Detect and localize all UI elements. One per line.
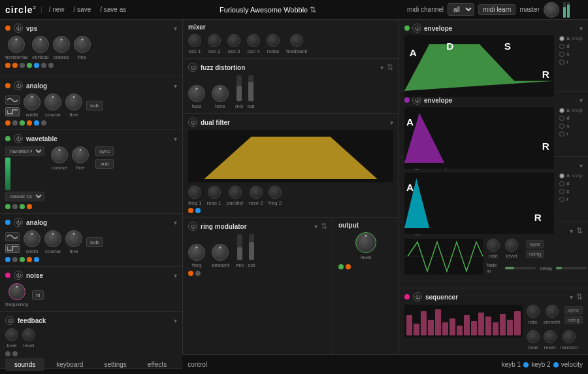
- analog2-width-knob[interactable]: [24, 230, 41, 247]
- analog2-dot5[interactable]: [34, 257, 39, 262]
- wavetable-sub-button[interactable]: sub: [95, 159, 114, 169]
- seq-step-15[interactable]: [507, 320, 513, 335]
- fuzz-up-arrow[interactable]: ⇅: [387, 63, 393, 72]
- seq-step-3[interactable]: [421, 311, 427, 335]
- analog2-dot4[interactable]: [27, 257, 32, 262]
- wavetable-sync-button[interactable]: sync: [95, 146, 114, 156]
- seq-step-1[interactable]: [406, 315, 412, 335]
- analog1-wave2[interactable]: [5, 107, 20, 116]
- seq-step-6[interactable]: [442, 322, 448, 335]
- seq-step-13[interactable]: [493, 322, 498, 335]
- vps-dot5[interactable]: [34, 63, 39, 68]
- lfo-retrig-button[interactable]: retrig: [526, 250, 544, 258]
- analog2-wave2[interactable]: [5, 244, 20, 253]
- save-as-button[interactable]: / save as: [97, 5, 129, 14]
- output-level-knob[interactable]: [355, 232, 376, 253]
- tab-control[interactable]: control: [178, 358, 216, 371]
- env1-radio-s[interactable]: [559, 52, 564, 57]
- analog1-expand[interactable]: ▾: [174, 82, 177, 90]
- filter-reso2-knob[interactable]: [250, 186, 263, 199]
- new-button[interactable]: / new: [46, 5, 67, 14]
- vps-dot1[interactable]: [5, 63, 10, 68]
- seq-step-16[interactable]: [514, 311, 520, 335]
- seq-step-7[interactable]: [449, 318, 455, 335]
- analog1-fine-knob[interactable]: [65, 94, 82, 110]
- midi-channel-select[interactable]: all: [448, 3, 474, 16]
- wt-dot3[interactable]: [20, 204, 25, 209]
- noise-hi-button[interactable]: hi: [32, 290, 44, 300]
- analog1-power-button[interactable]: ⏻: [14, 81, 23, 90]
- fuzz-expand[interactable]: ▾: [380, 64, 384, 71]
- tab-settings[interactable]: settings: [95, 358, 135, 371]
- mixer-noise-knob[interactable]: [267, 34, 280, 47]
- seq-retrig-button[interactable]: retrig: [564, 316, 583, 324]
- feedback-level-knob[interactable]: [22, 328, 35, 341]
- rm-dot1[interactable]: [188, 271, 193, 276]
- analog1-dot5[interactable]: [34, 120, 39, 126]
- df-dot2[interactable]: [195, 208, 201, 213]
- analog1-width-knob[interactable]: [24, 94, 41, 110]
- rm-dot2[interactable]: [195, 271, 201, 276]
- vps-horizontal-knob[interactable]: [8, 36, 25, 53]
- dualfilter-expand[interactable]: ▾: [390, 119, 393, 126]
- mixer-osc1-knob[interactable]: [188, 34, 201, 47]
- seq-rate-knob[interactable]: [527, 305, 540, 318]
- filter-reso1-knob[interactable]: [208, 186, 221, 199]
- seq-step-10[interactable]: [471, 321, 477, 335]
- env2-power-button[interactable]: ⏻: [412, 95, 421, 105]
- seq-sync-button[interactable]: sync: [564, 306, 583, 314]
- wt-dot1[interactable]: [5, 204, 10, 209]
- seq-power-button[interactable]: ⏻: [413, 292, 422, 301]
- analog2-sub-button[interactable]: sub: [86, 237, 103, 247]
- feedback-expand[interactable]: ▾: [174, 317, 177, 324]
- analog2-power-button[interactable]: ⏻: [14, 218, 23, 227]
- seq-expand[interactable]: ▾: [570, 294, 573, 301]
- out-dot2[interactable]: [346, 264, 351, 269]
- preset-arrows[interactable]: ⇅: [310, 5, 316, 14]
- vps-dot6[interactable]: [41, 63, 46, 68]
- env1-power-button[interactable]: ⏻: [412, 24, 421, 33]
- fuzz-power-button[interactable]: ⏻: [188, 63, 197, 72]
- analog2-dot2[interactable]: [12, 257, 18, 262]
- analog2-coarse-knob[interactable]: [44, 230, 61, 247]
- lfo-delay-bar[interactable]: [556, 267, 587, 269]
- vps-dot3[interactable]: [20, 63, 25, 68]
- ringmod-freq-knob[interactable]: [188, 244, 205, 261]
- env1-radio-a[interactable]: [559, 36, 564, 41]
- seq-random-knob[interactable]: [563, 330, 576, 343]
- env2-radio-r[interactable]: [559, 131, 564, 137]
- lfo-rate-knob[interactable]: [487, 239, 500, 252]
- filter-parallel-knob[interactable]: [229, 186, 242, 199]
- wavetable-dropdown1[interactable]: hamilton ▾: [5, 146, 44, 156]
- fuzz-mix-slider[interactable]: [237, 75, 242, 101]
- env1-radio-d[interactable]: [559, 44, 564, 49]
- wt-dot2[interactable]: [12, 204, 18, 209]
- analog1-dot1[interactable]: [5, 120, 10, 126]
- filter-freq2-knob[interactable]: [269, 186, 282, 199]
- analog2-wave1[interactable]: [5, 232, 20, 241]
- wavetable-fine-knob[interactable]: [72, 146, 89, 163]
- analog2-dot1[interactable]: [5, 257, 10, 262]
- fuzz-fuzz-knob[interactable]: [188, 85, 205, 102]
- env3-radio-d[interactable]: [559, 181, 564, 186]
- seq-step-9[interactable]: [464, 315, 470, 335]
- out-dot1[interactable]: [338, 264, 344, 269]
- ringmod-out-slider[interactable]: [249, 234, 254, 260]
- seq-step-11[interactable]: [478, 313, 484, 335]
- env3-radio-s[interactable]: [559, 189, 564, 194]
- lfo-level-knob[interactable]: [505, 239, 518, 252]
- seq-step-4[interactable]: [428, 320, 434, 335]
- seq-step-5[interactable]: [435, 309, 441, 335]
- vps-dot4[interactable]: [27, 63, 32, 68]
- env2-radio-d[interactable]: [559, 116, 564, 121]
- lfo-up-arrow[interactable]: ⇅: [576, 226, 583, 235]
- ringmod-mix-slider[interactable]: [237, 234, 242, 260]
- vps-coarse-knob[interactable]: [53, 36, 70, 53]
- noise-power-button[interactable]: ⏻: [14, 271, 23, 280]
- env2-expand[interactable]: ▾: [580, 97, 583, 104]
- midi-learn-button[interactable]: midi learn: [478, 4, 515, 15]
- dualfilter-power-button[interactable]: ⏻: [188, 118, 197, 127]
- tab-sounds[interactable]: sounds: [5, 358, 44, 371]
- lfo-sync-button[interactable]: sync: [526, 240, 544, 248]
- analog1-dot6[interactable]: [41, 120, 46, 126]
